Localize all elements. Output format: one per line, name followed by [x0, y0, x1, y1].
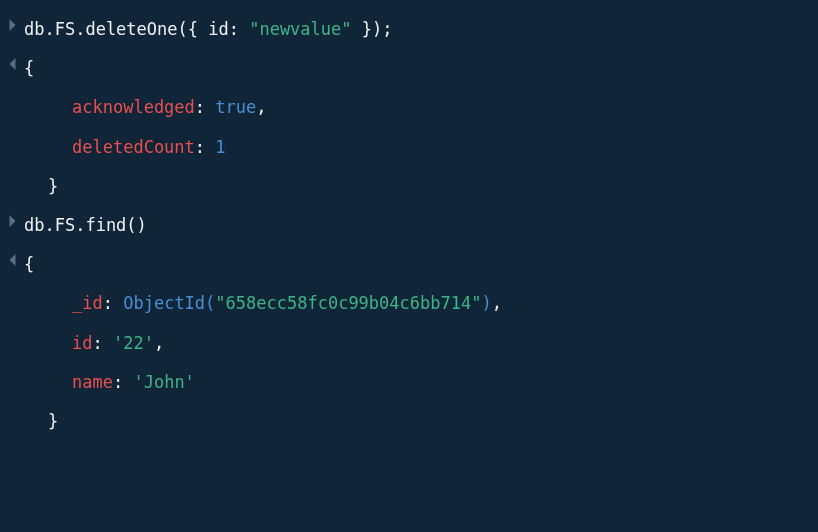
- code-token: id: [72, 333, 92, 353]
- code-token: }: [48, 176, 58, 196]
- code-token: ,: [492, 293, 502, 313]
- gutter: [0, 290, 24, 292]
- gutter: [0, 251, 24, 267]
- shell-line: id: '22',: [0, 324, 818, 363]
- prompt-output-icon: [7, 253, 18, 267]
- code-token: :: [195, 137, 215, 157]
- svg-marker-3: [9, 254, 15, 266]
- code-token: :: [92, 333, 112, 353]
- code-token: acknowledged: [72, 97, 195, 117]
- code-token: 1: [215, 137, 225, 157]
- code-token: :: [113, 372, 133, 392]
- svg-marker-2: [9, 215, 15, 227]
- prompt-output-icon: [7, 57, 18, 71]
- code-token: true: [215, 97, 256, 117]
- line-content: db.FS.deleteOne({ id: "newvalue" });: [24, 16, 818, 43]
- shell-line: {: [0, 245, 818, 284]
- code-token: "658ecc58fc0c99b04c6bb714": [215, 293, 481, 313]
- code-token: "newvalue": [249, 19, 351, 39]
- line-content: name: 'John': [24, 369, 818, 396]
- shell-line: db.FS.deleteOne({ id: "newvalue" });: [0, 10, 818, 49]
- code-token: _id: [72, 293, 103, 313]
- prompt-input-icon: [7, 18, 18, 32]
- line-content: }: [24, 173, 818, 200]
- code-token: ,: [256, 97, 266, 117]
- gutter: [0, 330, 24, 332]
- shell-line: }: [0, 402, 818, 441]
- gutter: [0, 212, 24, 228]
- shell-line: acknowledged: true,: [0, 88, 818, 127]
- code-token: '22': [113, 333, 154, 353]
- line-content: db.FS.find(): [24, 212, 818, 239]
- code-token: 'John': [133, 372, 194, 392]
- svg-marker-1: [9, 58, 15, 70]
- line-content: acknowledged: true,: [24, 94, 818, 121]
- line-content: _id: ObjectId("658ecc58fc0c99b04c6bb714"…: [24, 290, 818, 317]
- shell-line: {: [0, 49, 818, 88]
- shell-line: deletedCount: 1: [0, 128, 818, 167]
- gutter: [0, 408, 24, 410]
- gutter: [0, 173, 24, 175]
- code-token: :: [195, 97, 215, 117]
- gutter: [0, 369, 24, 371]
- line-content: deletedCount: 1: [24, 134, 818, 161]
- code-token: db.FS.deleteOne({ id:: [24, 19, 249, 39]
- shell-line: }: [0, 167, 818, 206]
- line-content: {: [24, 55, 818, 82]
- code-token: :: [103, 293, 123, 313]
- code-token: db.FS.find(): [24, 215, 147, 235]
- code-token: ,: [154, 333, 164, 353]
- prompt-input-icon: [7, 214, 18, 228]
- line-content: id: '22',: [24, 330, 818, 357]
- line-content: {: [24, 251, 818, 278]
- gutter: [0, 94, 24, 96]
- shell-line: name: 'John': [0, 363, 818, 402]
- svg-marker-0: [9, 19, 15, 31]
- code-token: name: [72, 372, 113, 392]
- code-token: ): [481, 293, 491, 313]
- gutter: [0, 16, 24, 32]
- gutter: [0, 55, 24, 71]
- shell-line: db.FS.find(): [0, 206, 818, 245]
- line-content: }: [24, 408, 818, 435]
- mongo-shell-output: db.FS.deleteOne({ id: "newvalue" });{ack…: [0, 10, 818, 441]
- shell-line: _id: ObjectId("658ecc58fc0c99b04c6bb714"…: [0, 284, 818, 323]
- code-token: {: [24, 254, 34, 274]
- code-token: }: [48, 411, 58, 431]
- code-token: {: [24, 58, 34, 78]
- code-token: ObjectId(: [123, 293, 215, 313]
- gutter: [0, 134, 24, 136]
- code-token: });: [352, 19, 393, 39]
- code-token: deletedCount: [72, 137, 195, 157]
